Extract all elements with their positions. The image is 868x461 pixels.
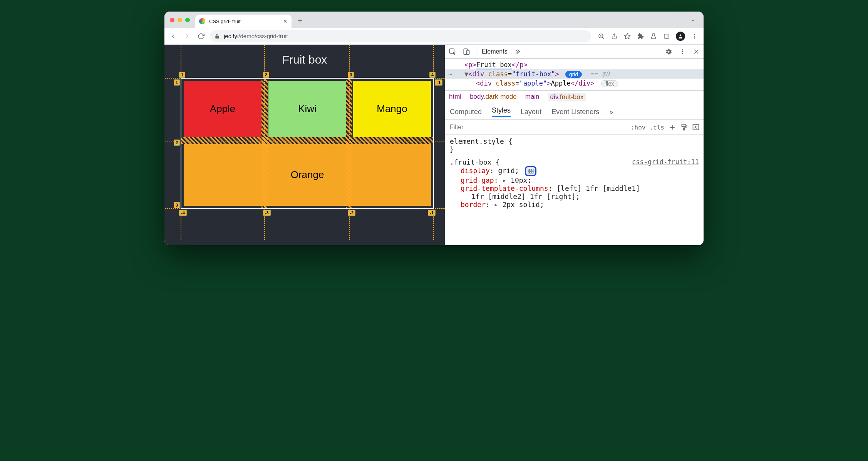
dom-tree[interactable]: <p>Fruit box</p> ▼<div class="fruit-box"… — [445, 59, 704, 90]
svg-rect-24 — [528, 169, 529, 171]
dom-node-fruit-box[interactable]: ▼<div class="fruit-box"> grid == $0 — [445, 69, 704, 79]
grid-badge[interactable]: grid — [565, 71, 582, 78]
content-area: Fruit box Apple Kiwi Mango Orange 1 2 3 … — [164, 45, 704, 245]
grid-cell-mango: Mango — [353, 81, 431, 137]
crumb-selected[interactable]: div.fruit-box — [548, 93, 586, 101]
address-bar[interactable]: jec.fyi/demo/css-grid-fruit — [210, 30, 591, 42]
toolbar-actions — [597, 32, 698, 41]
styles-filter-input[interactable] — [449, 123, 627, 131]
flex-badge[interactable]: flex — [601, 80, 618, 87]
lock-icon — [214, 34, 220, 39]
more-tabs-icon[interactable] — [513, 47, 521, 56]
labs-icon[interactable] — [650, 32, 657, 40]
subtab-styles[interactable]: Styles — [492, 106, 511, 117]
svg-point-18 — [682, 53, 683, 54]
grid-overlay: Apple Kiwi Mango Orange 1 2 3 4 1 2 3 -1… — [181, 78, 434, 209]
svg-rect-28 — [530, 172, 531, 173]
cls-toggle[interactable]: .cls — [649, 124, 664, 131]
tab-elements[interactable]: Elements — [482, 48, 508, 55]
new-tab-button[interactable]: + — [295, 15, 305, 26]
back-button[interactable] — [168, 31, 178, 41]
row-line-neg1: -1 — [435, 79, 442, 86]
styles-pane[interactable]: element.style { } css-grid-fruit:11 .fru… — [445, 135, 704, 245]
tab-overflow-button[interactable] — [690, 18, 696, 23]
paint-icon[interactable] — [680, 123, 688, 131]
subtab-events[interactable]: Event Listeners — [551, 108, 599, 116]
minimize-window-button[interactable] — [178, 18, 182, 22]
row-line-2: 2 — [174, 140, 180, 146]
col-line-neg2: -2 — [348, 210, 355, 216]
svg-point-12 — [694, 37, 695, 39]
svg-point-10 — [694, 34, 695, 35]
zoom-icon[interactable] — [597, 32, 605, 40]
rule-source-link[interactable]: css-grid-fruit:11 — [632, 158, 699, 166]
favicon-icon — [199, 18, 205, 24]
forward-button[interactable] — [182, 31, 192, 41]
tab-strip: CSS grid- fruit ✕ + — [164, 12, 704, 28]
subtab-computed[interactable]: Computed — [450, 108, 482, 116]
col-line-2: 2 — [263, 72, 269, 78]
browser-window: CSS grid- fruit ✕ + jec.fyi/demo/css-gri… — [164, 12, 704, 245]
crumb-main[interactable]: main — [525, 93, 540, 101]
dom-node-p[interactable]: <p>Fruit box</p> — [445, 60, 704, 69]
close-window-button[interactable] — [170, 18, 174, 22]
svg-rect-22 — [684, 128, 685, 130]
rendered-page: Fruit box Apple Kiwi Mango Orange 1 2 3 … — [164, 45, 445, 245]
svg-rect-23 — [693, 125, 699, 130]
new-rule-icon[interactable]: ＋ — [668, 121, 677, 133]
styles-tabbar: Computed Styles Layout Event Listeners » — [445, 104, 704, 120]
settings-icon[interactable] — [664, 47, 673, 56]
col-line-4: 4 — [429, 72, 436, 78]
svg-point-16 — [682, 49, 683, 50]
share-icon[interactable] — [610, 32, 618, 40]
reload-button[interactable] — [196, 31, 206, 41]
computed-toggle-icon[interactable] — [692, 123, 700, 131]
subtab-layout[interactable]: Layout — [521, 108, 541, 116]
svg-point-11 — [694, 35, 695, 37]
browser-toolbar: jec.fyi/demo/css-grid-fruit — [164, 28, 704, 45]
hov-toggle[interactable]: :hov — [631, 124, 646, 131]
col-line-neg4: -4 — [179, 210, 187, 216]
crumb-body[interactable]: body.dark-mode — [470, 93, 517, 101]
svg-rect-29 — [532, 172, 533, 173]
col-line-3: 3 — [348, 72, 354, 78]
extensions-icon[interactable] — [637, 32, 644, 40]
svg-rect-15 — [467, 50, 469, 54]
menu-icon[interactable] — [690, 32, 698, 40]
grid-cell-apple: Apple — [184, 81, 261, 137]
svg-rect-27 — [528, 172, 529, 173]
row-line-3: 3 — [174, 202, 180, 208]
more-subtabs-icon[interactable]: » — [609, 108, 613, 116]
page-heading: Fruit box — [164, 53, 445, 66]
breadcrumb[interactable]: html body.dark-mode main div.fruit-box — [445, 90, 704, 104]
browser-tab[interactable]: CSS grid- fruit ✕ — [195, 15, 292, 28]
devtools-tabbar: Elements — [445, 45, 704, 59]
svg-rect-25 — [530, 169, 531, 171]
bookmark-icon[interactable] — [623, 32, 631, 40]
url-text: jec.fyi/demo/css-grid-fruit — [224, 33, 288, 39]
row-line-1: 1 — [174, 79, 180, 86]
col-line-neg1: -1 — [428, 210, 436, 216]
rule-element-style[interactable]: element.style { } — [450, 137, 699, 153]
inspect-icon[interactable] — [448, 47, 457, 56]
fruit-grid: Apple Kiwi Mango Orange — [181, 78, 434, 209]
rule-fruit-box[interactable]: css-grid-fruit:11 .fruit-box { display: … — [450, 158, 699, 209]
devtools-panel: Elements <p>Fruit box</p> ▼<div class="f… — [445, 45, 704, 245]
col-line-1: 1 — [179, 72, 185, 78]
close-devtools-icon[interactable] — [692, 47, 700, 56]
styles-filter-bar: :hov .cls ＋ — [445, 120, 704, 135]
panel-icon[interactable] — [663, 32, 670, 40]
profile-avatar[interactable] — [676, 32, 685, 41]
close-tab-button[interactable]: ✕ — [283, 18, 288, 24]
kebab-icon[interactable] — [678, 47, 687, 56]
svg-rect-26 — [532, 169, 533, 171]
svg-rect-7 — [664, 34, 669, 38]
svg-point-9 — [680, 34, 682, 36]
device-toggle-icon[interactable] — [462, 47, 471, 56]
grid-cell-kiwi: Kiwi — [268, 81, 346, 137]
crumb-html[interactable]: html — [449, 93, 461, 101]
maximize-window-button[interactable] — [185, 18, 190, 22]
tab-title: CSS grid- fruit — [209, 19, 241, 24]
dom-node-apple[interactable]: <div class="apple">Apple</div> flex — [445, 79, 704, 88]
grid-editor-button[interactable] — [525, 166, 536, 176]
